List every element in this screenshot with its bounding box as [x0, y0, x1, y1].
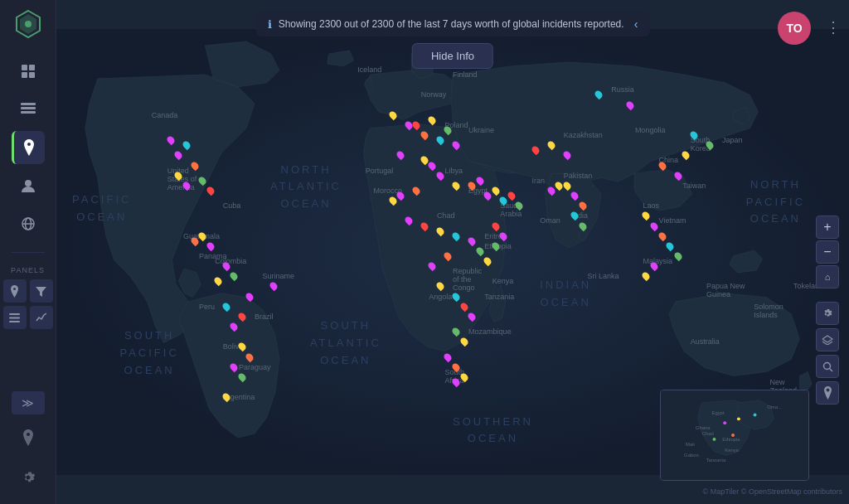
svg-text:Oma...: Oma... — [767, 405, 782, 410]
svg-point-24 — [754, 413, 757, 416]
panel-list-icon[interactable] — [3, 306, 27, 329]
svg-text:Gabon: Gabon — [684, 453, 699, 458]
svg-line-19 — [829, 368, 832, 371]
panel-map-icon[interactable] — [3, 279, 27, 303]
svg-rect-7 — [21, 103, 36, 105]
panel-filter-icon[interactable] — [30, 279, 53, 303]
info-message: ℹ Showing 2300 out of 2300 of the last 7… — [256, 12, 650, 36]
sidebar-settings-icon[interactable] — [12, 461, 45, 494]
svg-point-25 — [712, 438, 716, 441]
sidebar-bottom: ≫ — [12, 391, 45, 504]
svg-text:Chad: Chad — [702, 431, 714, 436]
app-logo[interactable] — [12, 8, 44, 40]
right-tools — [816, 302, 839, 405]
map-attribution: © MapTiler © OpenStreetMap contributors — [703, 487, 843, 496]
sidebar-globe-icon[interactable] — [12, 207, 45, 240]
zoom-reset-button[interactable]: ⌂ — [816, 265, 839, 288]
mini-map: Egypt Chad Ethiopia Kenya Mali Ghana Gab… — [660, 390, 809, 481]
settings-tool-button[interactable] — [816, 302, 839, 325]
sidebar: PANELS ≫ — [0, 0, 56, 504]
svg-text:Tanzania: Tanzania — [706, 458, 726, 463]
svg-rect-3 — [22, 65, 27, 70]
info-text: Showing 2300 out of 2300 of the last 7 d… — [279, 18, 624, 30]
svg-text:Mali: Mali — [686, 442, 695, 447]
more-options-button[interactable]: ⋮ — [826, 18, 841, 36]
sidebar-dashboard-icon[interactable] — [12, 55, 45, 88]
sidebar-user-icon[interactable] — [12, 169, 45, 202]
sidebar-map-icon[interactable] — [12, 131, 45, 164]
panel-icons-grid — [3, 279, 53, 329]
info-icon: ℹ — [268, 18, 272, 31]
svg-rect-15 — [9, 317, 20, 318]
zoom-out-button[interactable]: − — [816, 240, 839, 264]
svg-rect-4 — [29, 65, 35, 70]
svg-rect-5 — [22, 72, 27, 78]
svg-rect-6 — [29, 72, 35, 78]
svg-rect-16 — [9, 321, 20, 322]
svg-text:Egypt: Egypt — [712, 410, 725, 415]
collapse-button[interactable]: ≫ — [12, 391, 45, 414]
info-close-icon[interactable]: ‹ — [634, 17, 638, 31]
sidebar-table-icon[interactable] — [12, 93, 45, 126]
svg-point-22 — [737, 417, 740, 420]
svg-rect-14 — [9, 313, 20, 315]
svg-text:Ethiopia: Ethiopia — [722, 437, 740, 442]
svg-rect-9 — [21, 111, 36, 114]
zoom-in-button[interactable]: + — [816, 216, 839, 239]
panels-label: PANELS — [11, 266, 45, 274]
hide-info-button[interactable]: Hide Info — [412, 43, 493, 69]
svg-point-10 — [25, 180, 32, 187]
svg-text:Kenya: Kenya — [725, 448, 739, 453]
svg-rect-8 — [21, 107, 36, 109]
svg-point-18 — [823, 362, 830, 369]
sidebar-location-bottom-icon[interactable] — [12, 421, 45, 454]
svg-point-2 — [25, 21, 32, 27]
map-container[interactable]: NorthAtlanticOcean SouthAtlanticOcean Pa… — [56, 0, 849, 504]
sidebar-divider-1 — [12, 252, 45, 253]
panel-chart-icon[interactable] — [30, 306, 53, 329]
info-bar: ℹ Showing 2300 out of 2300 of the last 7… — [256, 12, 650, 69]
search-tool-button[interactable] — [816, 355, 839, 378]
layers-tool-button[interactable] — [816, 328, 839, 351]
svg-text:Ghana: Ghana — [696, 425, 711, 430]
zoom-controls: + − ⌂ — [816, 216, 839, 288]
user-avatar[interactable]: TO — [778, 12, 811, 45]
svg-point-21 — [723, 421, 726, 424]
locate-tool-button[interactable] — [816, 381, 839, 405]
